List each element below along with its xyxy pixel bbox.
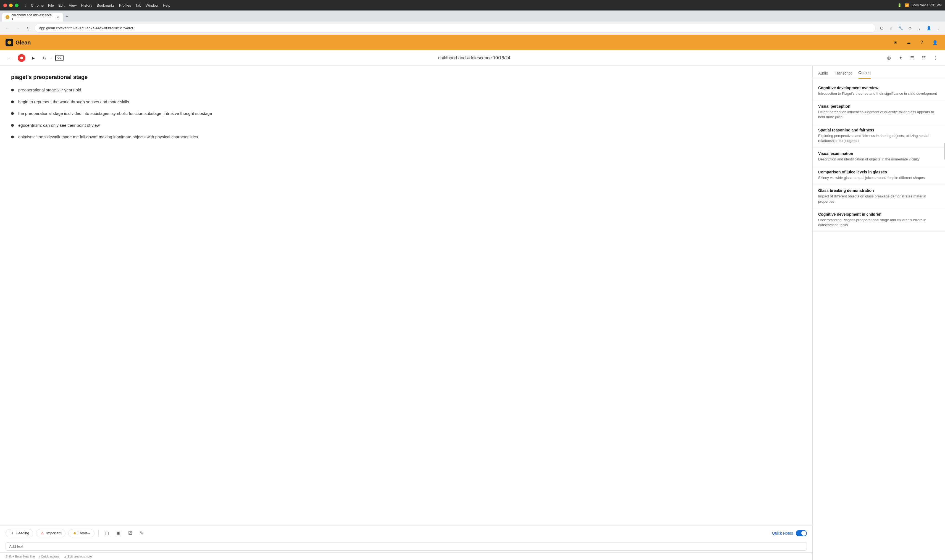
note-text: the preoperational stage is divided into…: [18, 111, 212, 117]
outline-item-title: Spatial reasoning and fairness: [818, 128, 939, 132]
outline-item-title: Cognitive development in children: [818, 212, 939, 217]
tab-favicon: G: [6, 15, 9, 19]
review-button[interactable]: ☻ Review: [68, 529, 94, 537]
note-item: preoperational stage 2-7 years old: [11, 87, 801, 93]
outline-item-spatial-reasoning[interactable]: Spatial reasoning and fairness Exploring…: [812, 124, 945, 148]
hint-shift-enter: Shift + Enter New line: [6, 555, 35, 558]
quick-notes-toggle[interactable]: [796, 530, 807, 536]
clock: Mon Nov 4 2:31 PM: [913, 3, 942, 7]
note-item: egocentrism: can only see their point of…: [11, 122, 801, 129]
sun-icon[interactable]: ☀: [891, 38, 900, 47]
card-icon[interactable]: ▣: [114, 529, 123, 538]
menu-bookmarks[interactable]: Bookmarks: [97, 3, 115, 8]
outline-item-visual-examination[interactable]: Visual examination Description and ident…: [812, 148, 945, 166]
outline-item-glass-breaking[interactable]: Glass breaking demonstration Impact of d…: [812, 185, 945, 208]
player-cc-button[interactable]: CC: [55, 55, 63, 61]
tab-close-button[interactable]: ✕: [56, 15, 60, 19]
player-back-button[interactable]: ←: [6, 54, 14, 62]
glean-header: Glean ☀ ☁ ? 👤: [0, 35, 945, 50]
glean-logo[interactable]: Glean: [6, 38, 31, 46]
pen-icon[interactable]: ✎: [137, 529, 146, 538]
checkbox-icon[interactable]: ☑: [126, 529, 134, 538]
menu-apple[interactable]: : [25, 3, 26, 8]
tab-audio[interactable]: Audio: [818, 71, 828, 79]
player-title: childhood and adolescence 10/16/24: [67, 55, 882, 60]
heading-icon: H: [10, 531, 14, 535]
outline-item-title: Cognitive development overview: [818, 86, 939, 90]
menu-edit[interactable]: Edit: [58, 3, 65, 8]
tab-outline[interactable]: Outline: [859, 71, 871, 79]
layout-icon[interactable]: ☷: [920, 54, 928, 62]
menu-chrome[interactable]: Chrome: [31, 3, 44, 8]
settings-icon[interactable]: ⚙: [906, 25, 914, 32]
menu-tab[interactable]: Tab: [136, 3, 141, 8]
cast-icon[interactable]: ⬡: [878, 25, 885, 32]
quick-notes-area: Quick Notes: [772, 530, 807, 536]
outline-list: Cognitive development overview Introduct…: [812, 79, 945, 560]
glean-logo-text: Glean: [15, 40, 31, 46]
section-title: piaget's preoperational stage: [11, 74, 801, 80]
heading-label: Heading: [16, 531, 29, 535]
close-button[interactable]: [3, 4, 7, 7]
user-icon[interactable]: 👤: [931, 38, 939, 47]
menu-window[interactable]: Window: [146, 3, 158, 8]
important-button[interactable]: ⚠ Important: [36, 529, 65, 537]
note-item: the preoperational stage is divided into…: [11, 111, 801, 117]
cloud-icon[interactable]: ☁: [904, 38, 913, 47]
hint-quick-actions: / Quick actions: [39, 555, 59, 558]
address-bar-actions: ⬡ ☆ 🔧 ⚙ ⋮ 👤 ⋮: [878, 25, 942, 32]
player-play-button[interactable]: ▶: [29, 54, 38, 62]
profile-icon[interactable]: 👤: [925, 25, 932, 32]
more-options-icon[interactable]: ⋮: [931, 54, 939, 62]
outline-item-juice-comparison[interactable]: Comparison of juice levels in glasses Sk…: [812, 166, 945, 185]
add-text-input[interactable]: [6, 542, 807, 551]
notes-icon[interactable]: ☰: [908, 54, 916, 62]
outline-tabs: Audio Transcript Outline: [812, 66, 945, 79]
note-bullet: [11, 89, 14, 91]
browser-menu[interactable]: ⋮: [934, 25, 942, 32]
outline-item-title: Glass breaking demonstration: [818, 188, 939, 193]
help-icon[interactable]: ?: [917, 38, 926, 47]
menu-file[interactable]: File: [48, 3, 54, 8]
outline-item-cognitive-development[interactable]: Cognitive development overview Introduct…: [812, 82, 945, 100]
bookmark-icon[interactable]: ☆: [888, 25, 895, 32]
glean-logo-icon: [6, 38, 13, 46]
image-icon[interactable]: ▢: [103, 529, 111, 538]
outline-item-title: Comparison of juice levels in glasses: [818, 170, 939, 174]
outline-item-visual-perception[interactable]: Visual perception Height perception infl…: [812, 100, 945, 124]
outline-scrollbar[interactable]: [944, 143, 945, 160]
menu-profiles[interactable]: Profiles: [119, 3, 131, 8]
note-text: begin to represent the world through sen…: [18, 99, 129, 105]
menu-history[interactable]: History: [81, 3, 92, 8]
active-tab[interactable]: G childhood and adolescence 1 ✕: [2, 13, 63, 22]
magic-icon[interactable]: ✦: [896, 54, 905, 62]
wifi-icon: 📶: [905, 3, 909, 7]
note-bullet: [11, 135, 14, 138]
maximize-button[interactable]: [15, 4, 18, 7]
menu-help[interactable]: Help: [163, 3, 170, 8]
history-icon[interactable]: ◍: [885, 54, 893, 62]
minimize-button[interactable]: [9, 4, 13, 7]
player-speed[interactable]: 1x: [41, 55, 48, 61]
menu-view[interactable]: View: [69, 3, 77, 8]
address-input[interactable]: [35, 24, 876, 32]
outline-item-cognitive-children[interactable]: Cognitive development in children Unders…: [812, 208, 945, 232]
title-bar-right: 🔋 📶 Mon Nov 4 2:31 PM: [897, 3, 942, 7]
extension-icon[interactable]: 🔧: [897, 25, 904, 32]
player-record-button[interactable]: [18, 54, 25, 62]
outline-panel: Audio Transcript Outline Cognitive devel…: [812, 66, 945, 560]
more-icon[interactable]: ⋮: [916, 25, 923, 32]
tab-bar: G childhood and adolescence 1 ✕ +: [0, 11, 945, 22]
hint-bar: Shift + Enter New line / Quick actions ▲…: [0, 552, 812, 560]
traffic-lights: [3, 4, 18, 7]
outline-item-title: Visual perception: [818, 104, 939, 109]
forward-button[interactable]: →: [14, 24, 22, 32]
outline-item-desc: Description and identification of object…: [818, 157, 939, 162]
refresh-button[interactable]: ↻: [24, 24, 32, 32]
back-button[interactable]: ←: [3, 24, 11, 32]
outline-item-title: Visual examination: [818, 151, 939, 156]
tab-transcript[interactable]: Transcript: [835, 71, 852, 79]
heading-button[interactable]: H Heading: [6, 529, 33, 537]
new-tab-button[interactable]: +: [63, 13, 71, 20]
notes-area: piaget's preoperational stage preoperati…: [0, 66, 812, 560]
